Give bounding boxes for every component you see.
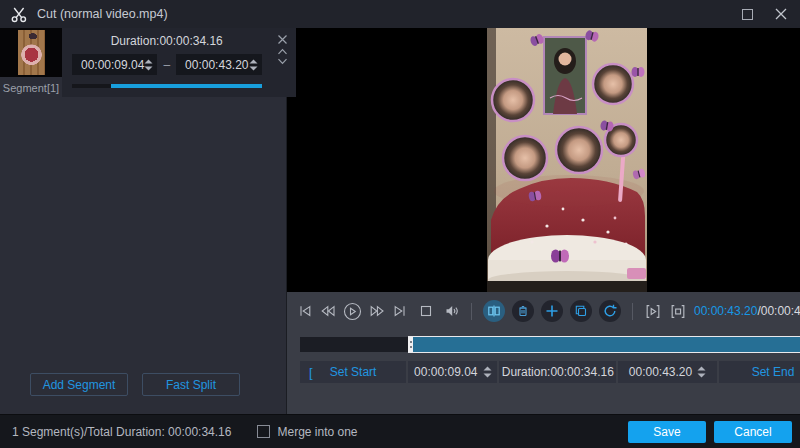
trim-duration: Duration:00:00:34.16 [499, 361, 616, 383]
fast-split-button[interactable]: Fast Split [142, 373, 240, 396]
segment-start-input[interactable]: 00:00:09.04 [72, 54, 157, 75]
spin-down-icon[interactable] [697, 373, 706, 378]
spin-down-icon[interactable] [483, 373, 492, 378]
skip-end-icon [392, 303, 408, 319]
trash-icon [515, 303, 531, 319]
stop-button[interactable] [418, 303, 434, 319]
titlebar: Cut (normal video.mp4) [0, 0, 800, 28]
footer-bar: 1 Segment(s)/Total Duration: 00:00:34.16… [0, 414, 800, 448]
cut-dialog: Cut (normal video.mp4) Segment[1] [0, 0, 800, 448]
preview-area: 00:00:43.20/00:00:44.05 [ S [287, 28, 800, 414]
spin-up-icon[interactable] [483, 366, 492, 371]
timeline-track[interactable] [300, 337, 800, 352]
start-time-value: 00:00:09.04 [414, 365, 477, 379]
plus-icon [545, 304, 559, 318]
fast-forward-icon [369, 303, 385, 319]
window-title: Cut (normal video.mp4) [37, 7, 168, 21]
time-display: 00:00:43.20/00:00:44.05 [694, 304, 800, 318]
timeline-selection[interactable] [408, 336, 800, 353]
delete-segment-button[interactable] [512, 300, 534, 322]
set-start-label: Set Start [330, 365, 377, 379]
set-start-button[interactable]: [ Set Start [300, 361, 406, 383]
cancel-button[interactable]: Cancel [714, 421, 792, 443]
copy-icon [573, 303, 589, 319]
segment-progress-fill [111, 84, 262, 88]
segment-move-up-button[interactable] [277, 48, 288, 55]
play-icon [343, 302, 362, 321]
trim-duration-value: Duration:00:00:34.16 [502, 365, 614, 379]
segment-end-input[interactable]: 00:00:43.20 [176, 54, 261, 75]
spin-up-icon[interactable] [697, 366, 706, 371]
spin-down-icon[interactable] [144, 66, 153, 71]
split-segment-button[interactable] [483, 300, 505, 322]
rewind-icon [320, 303, 336, 319]
fast-forward-button[interactable] [369, 303, 385, 319]
play-button[interactable] [343, 302, 362, 321]
segment-label: Segment[1] [0, 77, 62, 94]
add-segment-button[interactable]: Add Segment [30, 373, 128, 396]
set-end-label: Set End [752, 365, 795, 379]
play-segment-icon [644, 303, 662, 320]
video-thumbnail-image [18, 30, 45, 75]
segment-end-value: 00:00:43.20 [185, 58, 248, 72]
maximize-icon [742, 9, 753, 20]
close-icon [277, 34, 288, 45]
current-time: 00:00:43.20 [694, 304, 757, 318]
close-button[interactable] [772, 5, 790, 23]
end-time-value: 00:00:43.20 [629, 365, 692, 379]
copy-segment-button[interactable] [570, 300, 592, 322]
segment-remove-button[interactable] [277, 34, 288, 45]
end-time-input[interactable]: 00:00:43.20 [618, 361, 717, 383]
rewind-button[interactable] [320, 303, 336, 319]
time-range-dash: – [163, 58, 170, 72]
video-frame [487, 28, 647, 292]
merge-label: Merge into one [277, 425, 357, 439]
reset-icon [602, 303, 618, 319]
add-segment-icon-button[interactable] [541, 300, 563, 322]
reset-button[interactable] [599, 300, 621, 322]
spin-down-icon[interactable] [249, 66, 258, 71]
close-icon [774, 7, 788, 21]
spin-up-icon[interactable] [249, 59, 258, 64]
chevron-up-icon [277, 48, 288, 55]
timeline-start-handle[interactable] [408, 337, 413, 352]
segment-thumbnail[interactable] [0, 28, 62, 77]
skip-end-button[interactable] [392, 303, 408, 319]
segment-move-down-button[interactable] [277, 58, 288, 65]
divider [632, 303, 633, 320]
player-controls: 00:00:43.20/00:00:44.05 [ S [287, 292, 800, 414]
skip-start-icon [297, 303, 313, 319]
segments-summary: 1 Segment(s)/Total Duration: 00:00:34.16 [12, 425, 231, 439]
split-icon [486, 303, 502, 319]
set-end-button[interactable]: Set End ] [719, 361, 800, 383]
chevron-down-icon [277, 58, 288, 65]
segments-panel: Segment[1] Duration:00:00:34.16 00:00:09… [0, 28, 287, 414]
timeline[interactable] [300, 330, 800, 354]
volume-button[interactable] [444, 303, 460, 319]
scissors-icon [10, 6, 28, 23]
segment-duration: Duration:00:00:34.16 [72, 34, 262, 48]
segment-progress-bar [72, 84, 262, 88]
total-time: /00:00:44.05 [757, 304, 800, 318]
trim-bar: [ Set Start 00:00:09.04 Duration:00:00:3… [300, 361, 800, 383]
skip-start-button[interactable] [297, 303, 313, 319]
merge-into-one-option[interactable]: Merge into one [257, 425, 357, 439]
video-preview[interactable] [287, 28, 800, 292]
volume-icon [444, 303, 460, 319]
segment-card[interactable]: Segment[1] Duration:00:00:34.16 00:00:09… [0, 28, 286, 97]
divider [471, 303, 472, 320]
maximize-button[interactable] [738, 5, 756, 23]
play-segment-button[interactable] [644, 303, 662, 320]
start-time-input[interactable]: 00:00:09.04 [408, 361, 497, 383]
open-bracket: [ [309, 365, 313, 380]
merge-checkbox[interactable] [257, 425, 270, 438]
stop-icon [418, 303, 434, 319]
segment-start-value: 00:00:09.04 [81, 58, 144, 72]
spin-up-icon[interactable] [144, 59, 153, 64]
stop-segment-icon [669, 303, 687, 320]
stop-segment-button[interactable] [669, 303, 687, 320]
save-button[interactable]: Save [628, 421, 706, 443]
